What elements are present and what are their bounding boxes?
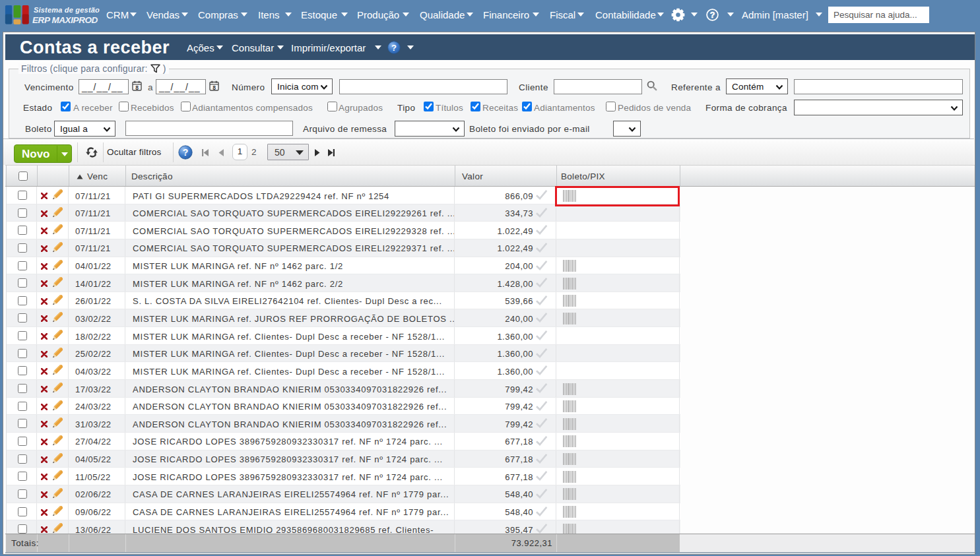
svg-text:8: 8 xyxy=(212,84,216,91)
svg-text:?: ? xyxy=(710,11,715,20)
svg-text:8: 8 xyxy=(135,84,139,91)
svg-text:?: ? xyxy=(391,43,397,53)
svg-text:?: ? xyxy=(183,147,189,158)
